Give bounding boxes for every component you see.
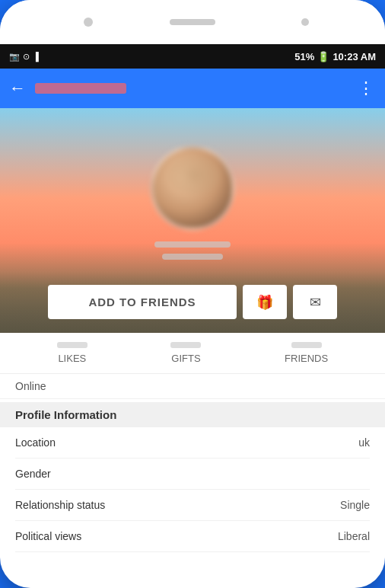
political-value: Liberal bbox=[338, 530, 370, 542]
gender-label: Gender bbox=[15, 468, 51, 480]
status-bar: 📷 ⊙ ▐ 51% 🔋 10:23 AM bbox=[0, 44, 385, 69]
message-button[interactable] bbox=[293, 285, 337, 319]
relationship-label: Relationship status bbox=[15, 499, 105, 511]
phone-top-hardware bbox=[0, 0, 385, 44]
profile-avatar bbox=[151, 146, 234, 230]
phone-sensor-dot bbox=[301, 18, 309, 26]
signal-icon: ▐ bbox=[33, 52, 39, 61]
gifts-tab-label: GIFTS bbox=[171, 353, 200, 364]
online-status: Online bbox=[0, 374, 385, 399]
add-to-friends-button[interactable]: ADD TO FRIENDS bbox=[48, 285, 237, 319]
back-button[interactable]: ← bbox=[9, 78, 26, 98]
location-label: Location bbox=[15, 436, 56, 449]
tabs-area: LIKES GIFTS FRIENDS bbox=[0, 333, 385, 374]
tab-friends[interactable]: FRIENDS bbox=[285, 342, 328, 373]
online-status-text: Online bbox=[15, 380, 46, 392]
info-row-location: Location uk bbox=[15, 427, 370, 459]
likes-tab-icon bbox=[57, 342, 88, 348]
more-options-button[interactable]: ⋮ bbox=[358, 78, 376, 98]
app-toolbar: ← ⋮ bbox=[0, 69, 385, 108]
info-row-relationship: Relationship status Single bbox=[15, 490, 370, 521]
notification-icon: 📷 bbox=[9, 52, 20, 62]
phone-camera-dot bbox=[84, 18, 93, 27]
username-redacted bbox=[35, 83, 126, 94]
friends-tab-icon bbox=[291, 342, 322, 348]
profile-info-heading: Profile Information bbox=[15, 408, 116, 421]
wifi-icon: ⊙ bbox=[23, 52, 30, 62]
gift-button[interactable] bbox=[243, 285, 287, 319]
profile-avatar-wrap bbox=[151, 146, 234, 230]
cover-area: ADD TO FRIENDS bbox=[0, 108, 385, 333]
phone-speaker bbox=[170, 19, 215, 25]
profile-name-bar-1 bbox=[154, 241, 231, 248]
status-bar-right: 51% 🔋 10:23 AM bbox=[294, 51, 376, 62]
status-bar-left: 📷 ⊙ ▐ bbox=[9, 52, 39, 62]
tab-gifts[interactable]: GIFTS bbox=[170, 342, 201, 373]
gift-icon bbox=[256, 293, 273, 311]
profile-info-section-header: Profile Information bbox=[0, 402, 385, 427]
tab-likes[interactable]: LIKES bbox=[57, 342, 88, 373]
profile-info-rows: Location uk Gender Relationship status S… bbox=[0, 427, 385, 552]
tabs-row: LIKES GIFTS FRIENDS bbox=[0, 342, 385, 373]
gifts-tab-icon bbox=[170, 342, 201, 348]
info-row-political: Political views Liberal bbox=[15, 521, 370, 552]
phone-frame: 📷 ⊙ ▐ 51% 🔋 10:23 AM ← ⋮ ADD TO FRIEND bbox=[0, 0, 385, 588]
profile-name-bars bbox=[154, 241, 231, 260]
battery-icon: 🔋 bbox=[317, 51, 329, 62]
status-time: 10:23 AM bbox=[332, 51, 376, 62]
action-buttons-row: ADD TO FRIENDS bbox=[48, 285, 337, 319]
location-value: uk bbox=[358, 436, 370, 449]
toolbar-title bbox=[35, 83, 358, 94]
political-label: Political views bbox=[15, 530, 81, 542]
battery-percent: 51% bbox=[294, 51, 314, 62]
relationship-value: Single bbox=[340, 499, 370, 511]
info-row-gender: Gender bbox=[15, 459, 370, 490]
profile-name-bar-2 bbox=[162, 254, 223, 260]
message-icon bbox=[310, 293, 321, 311]
likes-tab-label: LIKES bbox=[58, 353, 86, 364]
friends-tab-label: FRIENDS bbox=[285, 353, 328, 364]
